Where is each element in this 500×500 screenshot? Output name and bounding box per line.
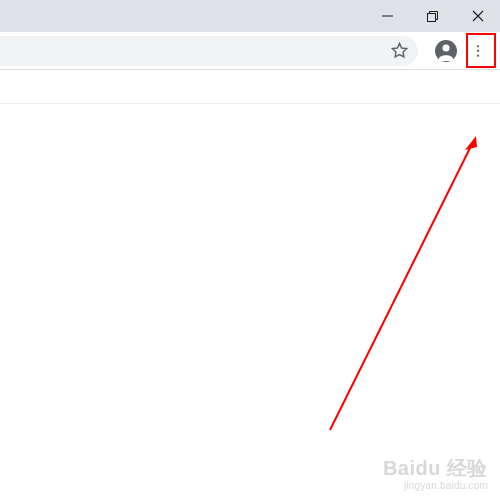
maximize-button[interactable]	[410, 0, 455, 32]
svg-point-6	[477, 54, 479, 56]
more-vert-icon	[470, 43, 486, 59]
profile-icon[interactable]	[434, 39, 458, 63]
svg-rect-0	[428, 13, 436, 21]
browser-toolbar	[0, 32, 500, 70]
close-button[interactable]	[455, 0, 500, 32]
watermark-main: Baidu 经验	[383, 456, 488, 480]
svg-marker-8	[465, 136, 477, 150]
minimize-button[interactable]	[365, 0, 410, 32]
star-icon[interactable]	[391, 42, 408, 59]
svg-marker-1	[392, 43, 406, 56]
content-divider	[0, 103, 500, 104]
close-icon	[472, 10, 484, 22]
svg-point-4	[477, 45, 479, 47]
annotation-arrow	[270, 130, 490, 450]
svg-point-5	[477, 49, 479, 51]
minimize-icon	[382, 11, 393, 22]
watermark-sub: jingyan.baidu.com	[383, 480, 488, 492]
window-controls	[365, 0, 500, 32]
maximize-icon	[427, 11, 438, 22]
page-content	[0, 70, 500, 500]
svg-point-3	[443, 44, 450, 51]
address-bar[interactable]	[0, 36, 418, 66]
svg-line-7	[330, 142, 473, 430]
menu-button[interactable]	[464, 37, 492, 65]
title-bar	[0, 0, 500, 32]
watermark: Baidu 经验 jingyan.baidu.com	[383, 456, 488, 492]
